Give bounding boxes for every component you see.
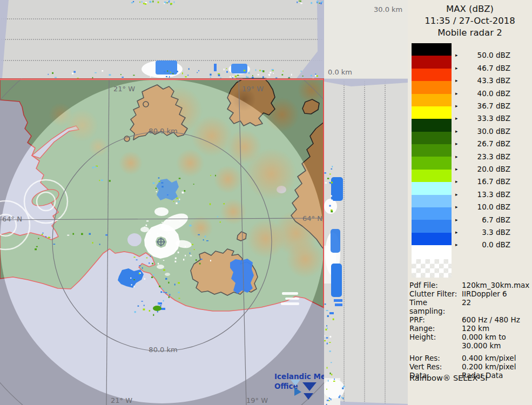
echo-speck [42,234,43,235]
echo-speck [210,77,211,78]
echo-speck [179,199,180,200]
echo-speck [326,325,327,326]
echo-speck [158,303,159,305]
echo-speck [143,3,145,4]
echo-speck [262,76,264,78]
legend-band [412,69,452,81]
echo-speck [89,233,91,235]
echo-speck [167,70,168,71]
echo-speck [327,178,329,179]
echo-speck [133,75,134,76]
threshold-arrow-icon: ▸ [455,154,458,159]
echo-blue [335,303,342,306]
echo-speck [329,336,331,338]
echo-white [282,292,298,295]
echo-speck [185,255,186,256]
threshold-label: 46.7 dBZ [460,64,510,72]
echo-speck [235,76,237,77]
echo-speck [160,305,161,306]
echo-speck [188,68,190,70]
threshold-label: 13.3 dBZ [460,190,510,199]
echo-speck [331,362,332,363]
echo-speck [109,180,111,181]
echo-speck [105,234,107,236]
metadata-row: Range:120 km [409,324,531,333]
legend-band [412,207,452,220]
echo-speck [316,75,318,77]
echo-speck [136,259,138,260]
legend-threshold-row: ▸36.7 dBZ [455,102,510,110]
echo-speck [53,244,56,245]
metadata-row: Height:0.000 km to [409,333,531,341]
echo-speck [179,221,180,222]
echo-speck [153,314,154,316]
echo-speck [179,298,180,299]
echo-speck [163,292,165,293]
echo-speck [163,269,165,271]
legend-band [412,144,452,157]
echo-speck [217,217,218,218]
echo-speck [144,227,145,228]
echo-speck [178,292,180,293]
echo-blue [231,64,247,73]
echo-speck [327,315,329,317]
echo-speck [159,286,160,287]
echo-speck [320,3,322,4]
echo-speck [166,76,167,77]
map-canvas[interactable]: 21° W 19° W 80.0 km 64° N 64° N 80.0 km … [0,26,377,405]
threshold-label: 30.0 dBZ [460,127,510,136]
echo-speck [149,262,150,264]
echo-speck [224,203,225,204]
legend-threshold-row: ▸0.0 dBZ [455,240,510,249]
metadata-value: 120 km [462,324,531,333]
echo-speck [329,342,331,343]
echo-speck [331,195,332,197]
echo-speck [198,234,200,235]
echo-speck [134,286,135,287]
echo-white [323,379,345,399]
echo-speck [138,306,139,307]
echo-speck [45,236,46,237]
echo-speck [168,282,169,284]
threshold-label: 33.3 dBZ [460,114,510,123]
top-cross-section-panel[interactable] [0,0,324,80]
echo-speck [152,263,153,265]
echo-speck [339,396,340,398]
echo-speck [169,294,170,296]
echo-speck [220,221,221,222]
echo-speck [153,274,154,275]
echo-speck [341,397,344,398]
echo-speck [324,172,326,173]
echo-speck [157,311,158,313]
legend-threshold-row: ▸43.3 dBZ [455,76,510,85]
echo-speck [199,263,201,265]
echo-speck [246,76,247,78]
echo-speck [331,168,333,170]
echo-speck [175,258,177,259]
legend-threshold-row: ▸13.3 dBZ [455,190,510,199]
echo-speck [331,374,332,375]
echo-speck [342,388,344,389]
radar-display-area[interactable]: 30.0 km 0.0 km [0,0,408,405]
metadata-row: Pdf File:120km_30km.max [409,281,531,289]
metadata-label: Clutter Filter: [409,289,462,298]
threshold-arrow-icon: ▸ [455,91,458,96]
threshold-label: 0.0 dBZ [460,240,510,249]
legend-band [412,245,452,259]
echo-speck [192,244,193,245]
threshold-arrow-icon: ▸ [455,166,458,172]
metadata-label: Pdf File: [409,281,462,289]
echo-speck [190,225,192,226]
legend-band [412,195,452,207]
echo-speck [153,183,155,184]
legend-transparent-band [412,259,452,278]
echo-speck [142,1,143,3]
threshold-label: 10.0 dBZ [460,202,510,211]
legend-threshold-row: ▸33.3 dBZ [455,114,510,123]
echo-speck [329,397,330,399]
echo-speck [72,73,73,75]
echo-speck [134,256,136,258]
echo-speck [262,70,264,72]
echo-speck [297,2,298,3]
echo-speck [329,205,331,207]
